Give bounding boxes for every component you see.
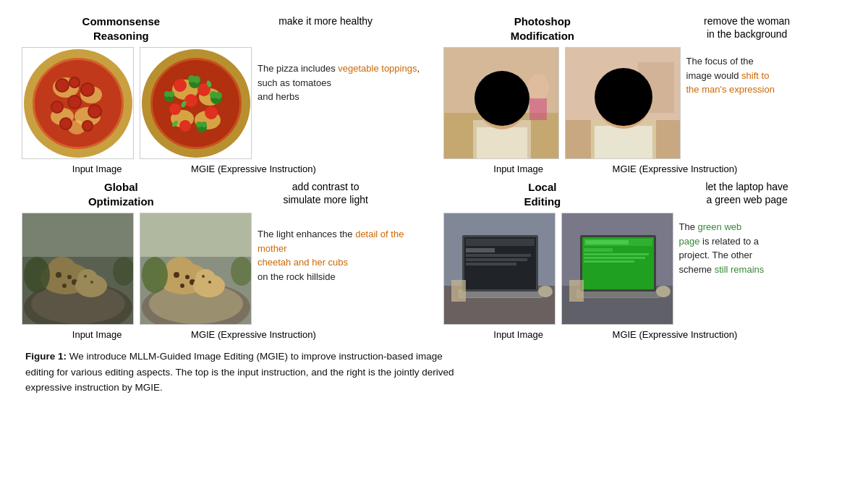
desc-before-commonsense: The pizza includes [258,63,338,74]
pizza-output-svg [140,48,252,159]
description-local: The green web page is related to a proje… [679,213,847,276]
svg-point-84 [90,281,93,284]
panel-header-commonsense: Commonsense Reasoning make it more healt… [22,14,425,43]
panel-header-photoshop: Photoshop Modification remove the woman … [443,14,847,43]
svg-point-32 [174,79,187,92]
svg-point-43 [210,91,217,98]
svg-point-92 [166,257,195,283]
laptop-output-image [561,213,673,325]
svg-rect-72 [22,213,134,257]
svg-rect-125 [584,253,649,255]
footer-global: Input Image MGIE (Expressive Instruction… [22,329,425,340]
svg-point-15 [52,102,62,112]
cheetah-input-image [22,213,134,325]
svg-point-21 [83,122,92,130]
svg-point-114 [538,286,553,297]
svg-point-93 [174,272,179,278]
svg-point-78 [67,275,72,279]
bottom-grid: Global Optimization add contrast to simu… [22,180,846,340]
svg-point-94 [185,275,190,279]
laptop-input-image [443,213,556,325]
desc-after-global: on the rock hillside [258,271,336,282]
svg-point-11 [82,84,93,95]
footer-photoshop: Input Image MGIE (Expressive Instruction… [443,163,847,174]
svg-point-35 [169,103,181,115]
pizza-input-svg [22,48,134,159]
svg-point-9 [56,80,68,91]
svg-point-62 [475,71,529,126]
caption-bold: Figure 1: [25,351,67,362]
svg-point-36 [205,106,218,119]
svg-point-17 [89,106,101,117]
desc-highlight2-local: still remains [715,264,765,275]
figure-caption: Figure 1: We introduce MLLM-Guided Image… [22,349,846,396]
svg-point-34 [184,94,197,107]
svg-rect-58 [529,98,547,120]
instruction-global: add contrast to simulate more light [226,180,425,208]
svg-point-98 [195,269,216,288]
svg-point-19 [61,119,71,129]
svg-point-57 [527,75,549,101]
svg-rect-113 [466,263,516,265]
svg-point-49 [196,122,202,127]
main-container: Commonsense Reasoning make it more healt… [0,0,868,410]
cheetah-output-svg [140,213,252,325]
svg-point-46 [164,91,170,97]
svg-rect-126 [584,257,645,259]
svg-point-48 [201,122,207,127]
svg-rect-115 [451,280,466,302]
main-grid: Commonsense Reasoning make it more healt… [22,14,846,174]
title-global: Global Optimization [22,180,221,208]
svg-rect-109 [466,239,535,246]
pizza-input-image [22,47,134,159]
desc-before-global: The light enhances the [258,229,355,239]
label-input-photoshop: Input Image [443,163,594,174]
face-input-image [443,47,559,159]
images-local: The green web page is related to a proje… [443,213,847,325]
label-output-commonsense: MGIE (Expressive Instruction) [178,163,328,174]
title-local: Local Editing [443,180,642,208]
svg-rect-123 [585,240,629,244]
label-output-global: MGIE (Expressive Instruction) [178,329,328,340]
panel-local: Local Editing let the laptop have a gree… [443,180,847,340]
svg-point-100 [208,281,211,284]
svg-rect-112 [466,258,527,261]
svg-point-86 [113,257,134,286]
pizza-output-image [140,47,252,159]
svg-rect-60 [477,127,527,159]
svg-point-102 [231,257,252,286]
description-photoshop: The focus of the image would shift to th… [686,47,847,97]
svg-point-99 [202,275,205,278]
desc-before-local: The [679,221,698,232]
svg-point-85 [24,257,50,293]
instruction-photoshop: remove the woman in the background [647,14,846,43]
images-global: The light enhances the detail of the mot… [22,213,425,325]
instruction-local: let the laptop have a green web page [647,180,846,208]
svg-point-40 [188,75,195,82]
panel-header-global: Global Optimization add contrast to simu… [22,180,425,208]
face-output-image [565,47,681,159]
label-input-global: Input Image [22,329,172,340]
svg-point-13 [69,96,80,108]
panel-header-local: Local Editing let the laptop have a gree… [443,180,847,208]
svg-point-128 [656,286,671,297]
svg-point-80 [62,284,67,288]
svg-point-96 [180,284,184,288]
title-commonsense: Commonsense Reasoning [22,14,221,43]
svg-rect-88 [140,213,252,257]
face-input-svg [444,48,559,159]
label-output-local: MGIE (Expressive Instruction) [600,329,750,340]
svg-rect-68 [595,126,652,159]
svg-point-23 [70,78,79,87]
cheetah-input-svg [22,213,134,325]
svg-point-83 [84,275,87,278]
label-output-photoshop: MGIE (Expressive Instruction) [600,163,750,174]
svg-rect-106 [460,291,540,297]
footer-local: Input Image MGIE (Expressive Instruction… [443,329,847,340]
images-commonsense: The pizza includes vegetable toppings, s… [22,47,425,159]
caption-text: We introduce MLLM-Guided Image Editing (… [25,351,454,393]
laptop-output-svg [562,213,673,325]
desc-highlight-commonsense: vegetable toppings [338,63,417,74]
svg-rect-110 [466,248,495,252]
footer-commonsense: Input Image MGIE (Expressive Instruction… [22,163,425,174]
